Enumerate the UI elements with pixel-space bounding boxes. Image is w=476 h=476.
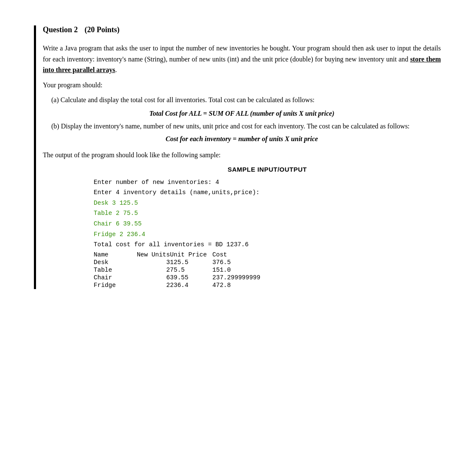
sample-total: Total cost for all inventories = BD 1237…	[94, 239, 441, 250]
cell-price-1: 75.5	[170, 266, 212, 274]
output-table: Name New Units Unit Price Cost Desk3125.…	[94, 251, 276, 289]
sample-line2: Enter 4 inventory details (name,units,pr…	[94, 187, 441, 198]
sample-title: SAMPLE INPUT/OUTPUT	[94, 166, 441, 173]
question-points: (20 Points)	[85, 25, 120, 34]
cell-price-0: 125.5	[170, 259, 212, 266]
sample-input4: Fridge 2 236.4	[94, 229, 441, 240]
table-row: Fridge2236.4472.8	[94, 281, 276, 289]
cell-cost-3: 472.8	[212, 281, 276, 289]
output-intro: The output of the program should look li…	[43, 151, 441, 159]
description-paragraph: Write a Java program that asks the user …	[43, 43, 441, 75]
cell-units-0: 3	[128, 259, 170, 266]
col-header-cost: Cost	[212, 251, 276, 259]
description-2: Your program should:	[43, 80, 441, 91]
col-header-units: New Units	[128, 251, 170, 259]
cell-cost-0: 376.5	[212, 259, 276, 266]
part-a: (a) Calculate and display the total cost…	[51, 95, 441, 106]
cell-units-1: 2	[128, 266, 170, 274]
cell-units-3: 2	[128, 281, 170, 289]
page-container: Question 2 (20 Points) Write a Java prog…	[34, 25, 441, 289]
sample-input1: Desk 3 125.5	[94, 198, 441, 209]
col-header-price: Unit Price	[170, 251, 212, 259]
question-header: Question 2 (20 Points)	[43, 25, 441, 34]
cell-price-3: 236.4	[170, 281, 212, 289]
col-header-name: Name	[94, 251, 128, 259]
sample-input3: Chair 6 39.55	[94, 219, 441, 229]
cell-name-3: Fridge	[94, 281, 128, 289]
cell-name-2: Chair	[94, 274, 128, 281]
table-row: Desk3125.5376.5	[94, 259, 276, 266]
cell-cost-1: 151.0	[212, 266, 276, 274]
cell-units-2: 6	[128, 274, 170, 281]
sample-section: SAMPLE INPUT/OUTPUT Enter number of new …	[94, 166, 441, 289]
formula-1: Total Cost for ALL = SUM OF ALL (number …	[43, 110, 441, 117]
cell-name-0: Desk	[94, 259, 128, 266]
table-header-row: Name New Units Unit Price Cost	[94, 251, 276, 259]
sample-input2: Table 2 75.5	[94, 208, 441, 219]
sample-line1: Enter number of new inventories: 4	[94, 177, 441, 188]
question-title: Question 2	[43, 25, 78, 34]
table-row: Table275.5151.0	[94, 266, 276, 274]
part-b: (b) Display the inventory's name, number…	[51, 121, 441, 132]
formula-2: Cost for each inventory = number of unit…	[43, 135, 441, 143]
cell-price-2: 39.55	[170, 274, 212, 281]
description-text-1: Write a Java program that asks the user …	[43, 45, 441, 63]
cell-cost-2: 237.299999999	[212, 274, 276, 281]
cell-name-1: Table	[94, 266, 128, 274]
description-text-end: .	[115, 66, 117, 73]
table-row: Chair639.55237.299999999	[94, 274, 276, 281]
